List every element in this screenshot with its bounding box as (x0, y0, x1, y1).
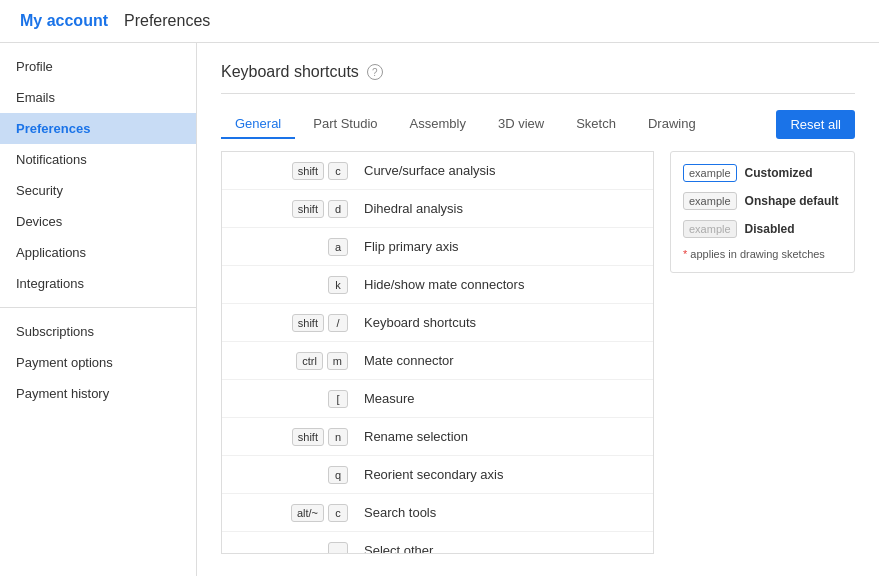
keys-area: shiftd (238, 200, 348, 218)
sidebar-item-emails[interactable]: Emails (0, 82, 196, 113)
shortcuts-list[interactable]: shiftcCurve/surface analysisshiftdDihedr… (221, 151, 654, 554)
shortcut-row: shiftcCurve/surface analysis (222, 152, 653, 190)
shortcut-name: Flip primary axis (364, 239, 459, 254)
legend-label-disabled: Disabled (745, 222, 795, 236)
tab-sketch[interactable]: Sketch (562, 110, 630, 139)
sidebar-item-notifications[interactable]: Notifications (0, 144, 196, 175)
sidebar-item-applications[interactable]: Applications (0, 237, 196, 268)
legend-key-disabled: example (683, 220, 737, 238)
sidebar-item-profile[interactable]: Profile (0, 51, 196, 82)
sidebar-item-preferences[interactable]: Preferences (0, 113, 196, 144)
tabs-row: GeneralPart StudioAssembly3D viewSketchD… (221, 110, 855, 139)
section-title: Keyboard shortcuts (221, 63, 359, 81)
shortcut-name: Select other (364, 543, 433, 554)
key-badge: q (328, 466, 348, 484)
legend-key-customized: example (683, 164, 737, 182)
key-badge: m (327, 352, 348, 370)
keys-area: shift/ (238, 314, 348, 332)
legend-note-text: applies in drawing sketches (690, 248, 825, 260)
sidebar-divider (0, 307, 196, 308)
shortcut-name: Rename selection (364, 429, 468, 444)
legend-note: * applies in drawing sketches (683, 248, 842, 260)
key-badge: [ (328, 390, 348, 408)
legend-item-customized: example Customized (683, 164, 842, 182)
shortcut-name: Keyboard shortcuts (364, 315, 476, 330)
key-badge: c (328, 162, 348, 180)
content-area: shiftcCurve/surface analysisshiftdDihedr… (221, 151, 855, 554)
key-badge: d (328, 200, 348, 218)
key-badge: c (328, 504, 348, 522)
tab-general[interactable]: General (221, 110, 295, 139)
main-layout: ProfileEmailsPreferencesNotificationsSec… (0, 43, 879, 576)
key-badge: shift (292, 314, 324, 332)
top-header: My account Preferences (0, 0, 879, 43)
key-badge: shift (292, 162, 324, 180)
tab-drawing[interactable]: Drawing (634, 110, 710, 139)
legend-item-default: example Onshape default (683, 192, 842, 210)
sidebar-item-payment-options[interactable]: Payment options (0, 347, 196, 378)
tab-3d-view[interactable]: 3D view (484, 110, 558, 139)
sidebar-item-security[interactable]: Security (0, 175, 196, 206)
shortcut-row: qReorient secondary axis (222, 456, 653, 494)
shortcut-name: Hide/show mate connectors (364, 277, 524, 292)
shortcut-name: Reorient secondary axis (364, 467, 503, 482)
key-badge: a (328, 238, 348, 256)
key-badge: ctrl (296, 352, 323, 370)
key-badge: n (328, 428, 348, 446)
legend-box: example Customized example Onshape defau… (670, 151, 855, 273)
shortcut-row: [Measure (222, 380, 653, 418)
keys-area: ctrlm (238, 352, 348, 370)
main-content: Keyboard shortcuts ? GeneralPart StudioA… (197, 43, 879, 576)
keys-area: shiftn (238, 428, 348, 446)
keys-area: a (238, 238, 348, 256)
keys-area: . (238, 542, 348, 555)
shortcut-row: aFlip primary axis (222, 228, 653, 266)
keys-area: alt/~c (238, 504, 348, 522)
shortcut-name: Search tools (364, 505, 436, 520)
keys-area: shiftc (238, 162, 348, 180)
shortcut-name: Mate connector (364, 353, 454, 368)
shortcut-name: Dihedral analysis (364, 201, 463, 216)
sidebar-item-devices[interactable]: Devices (0, 206, 196, 237)
shortcut-name: Measure (364, 391, 415, 406)
sidebar: ProfileEmailsPreferencesNotificationsSec… (0, 43, 197, 576)
key-badge: k (328, 276, 348, 294)
key-badge: / (328, 314, 348, 332)
shortcut-name: Curve/surface analysis (364, 163, 496, 178)
key-badge: shift (292, 428, 324, 446)
breadcrumb-page-title: Preferences (124, 12, 210, 30)
shortcut-row: shift/Keyboard shortcuts (222, 304, 653, 342)
reset-all-button[interactable]: Reset all (776, 110, 855, 139)
key-badge: . (328, 542, 348, 555)
keys-area: [ (238, 390, 348, 408)
key-badge: shift (292, 200, 324, 218)
sidebar-item-integrations[interactable]: Integrations (0, 268, 196, 299)
key-badge: alt/~ (291, 504, 324, 522)
shortcut-row: kHide/show mate connectors (222, 266, 653, 304)
keys-area: k (238, 276, 348, 294)
sidebar-item-subscriptions[interactable]: Subscriptions (0, 316, 196, 347)
tab-part-studio[interactable]: Part Studio (299, 110, 391, 139)
shortcut-row: shiftnRename selection (222, 418, 653, 456)
legend-label-customized: Customized (745, 166, 813, 180)
shortcut-row: alt/~cSearch tools (222, 494, 653, 532)
legend-key-default: example (683, 192, 737, 210)
section-header: Keyboard shortcuts ? (221, 63, 855, 94)
sidebar-item-payment-history[interactable]: Payment history (0, 378, 196, 409)
shortcut-row: .Select other (222, 532, 653, 554)
legend-item-disabled: example Disabled (683, 220, 842, 238)
shortcut-row: shiftdDihedral analysis (222, 190, 653, 228)
help-icon[interactable]: ? (367, 64, 383, 80)
legend-label-default: Onshape default (745, 194, 839, 208)
keys-area: q (238, 466, 348, 484)
tab-assembly[interactable]: Assembly (396, 110, 480, 139)
shortcut-row: ctrlmMate connector (222, 342, 653, 380)
my-account-link[interactable]: My account (20, 12, 108, 30)
